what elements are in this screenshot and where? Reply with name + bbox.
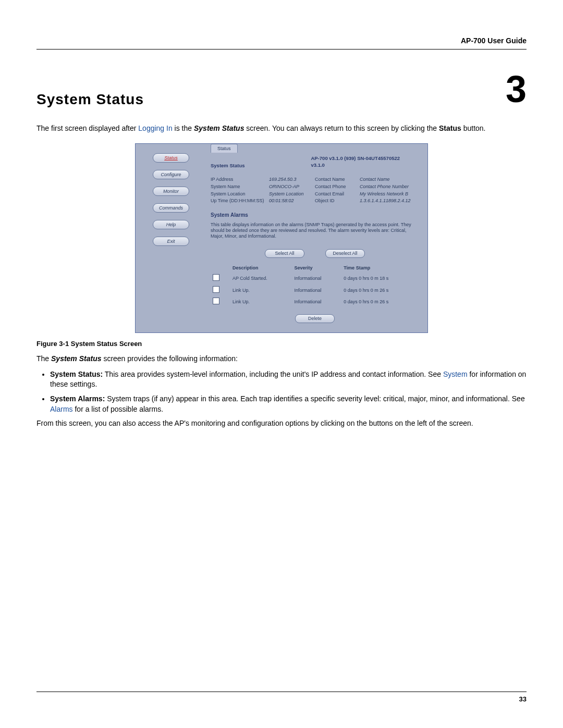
figure-caption: Figure 3-1 System Status Screen bbox=[36, 339, 527, 349]
para-provides: The System Status screen provides the fo… bbox=[36, 354, 527, 364]
system-link[interactable]: System bbox=[443, 370, 468, 378]
alarms-table: Description Severity Time Stamp AP Cold … bbox=[211, 263, 419, 308]
row-sev: Informational bbox=[292, 296, 341, 308]
b1-label: System Status: bbox=[50, 370, 103, 378]
table-row: Link Up. Informational 0 days 0 hrs 0 m … bbox=[211, 296, 419, 308]
label-sysname: System Name bbox=[211, 183, 265, 190]
label-cemail: Contact Email bbox=[315, 191, 356, 198]
table-row: Link Up. Informational 0 days 0 hrs 0 m … bbox=[211, 285, 419, 297]
system-status-em: System Status bbox=[194, 124, 244, 132]
row-ts: 0 days 0 hrs 0 m 18 s bbox=[341, 273, 419, 285]
b2-tail: for a list of possible alarms. bbox=[73, 405, 164, 413]
sidebar-status-button[interactable]: Status bbox=[153, 153, 189, 163]
label-oid: Object ID bbox=[315, 198, 356, 204]
deselect-all-button[interactable]: Deselect All bbox=[325, 249, 365, 258]
value-sysloc: System Location bbox=[269, 191, 304, 198]
row-sev: Informational bbox=[292, 285, 341, 297]
label-sysloc: System Location bbox=[211, 191, 265, 198]
b2-text: System traps (if any) appear in this are… bbox=[105, 394, 524, 403]
label-cphone: Contact Phone bbox=[315, 183, 356, 190]
th-severity: Severity bbox=[292, 263, 341, 273]
b2-label: System Alarms: bbox=[50, 394, 105, 403]
value-ip: 169.254.50.3 bbox=[269, 176, 304, 183]
sidebar-commands-button[interactable]: Commands bbox=[153, 203, 189, 213]
bullet-system-status: System Status: This area provides system… bbox=[50, 369, 527, 390]
row-desc: AP Cold Started. bbox=[230, 273, 292, 285]
value-cemail: My Wireless Network B bbox=[360, 191, 411, 198]
screenshot-figure: Status Configure Monitor Commands Help E… bbox=[135, 143, 428, 333]
chapter-number: 3 bbox=[506, 70, 527, 108]
intro-part2: is the bbox=[173, 124, 194, 132]
label-uptime: Up Time (DD:HH:MM:SS) bbox=[211, 198, 265, 204]
chapter-title: System Status bbox=[36, 91, 144, 108]
version-sub: v3.1.0 bbox=[311, 162, 419, 168]
version-line: AP-700 v3.1.0 (939) SN-04UT45570522 bbox=[311, 155, 419, 162]
label-cname: Contact Name bbox=[315, 176, 356, 183]
logging-in-link[interactable]: Logging In bbox=[138, 124, 172, 132]
row-desc: Link Up. bbox=[230, 285, 292, 297]
value-oid: 1.3.6.1.4.1.11898.2.4.12 bbox=[360, 198, 411, 204]
header-guide-title: AP-700 User Guide bbox=[36, 36, 527, 50]
p2-part1: The bbox=[36, 354, 51, 363]
sidebar-help-button[interactable]: Help bbox=[153, 220, 189, 229]
row-ts: 0 days 0 hrs 0 m 26 s bbox=[341, 296, 419, 308]
alarms-link[interactable]: Alarms bbox=[50, 405, 73, 413]
status-bold: Status bbox=[439, 124, 461, 132]
intro-part1: The first screen displayed after bbox=[36, 124, 138, 132]
value-uptime: 00:01:58:02 bbox=[269, 198, 304, 204]
page-number: 33 bbox=[36, 692, 527, 703]
table-row: AP Cold Started. Informational 0 days 0 … bbox=[211, 273, 419, 285]
row-checkbox[interactable] bbox=[213, 286, 219, 293]
value-cphone: Contact Phone Number bbox=[360, 183, 411, 190]
para-from-screen: From this screen, you can also access th… bbox=[36, 418, 527, 429]
row-checkbox[interactable] bbox=[213, 298, 219, 304]
intro-part3: screen. You can always return to this sc… bbox=[244, 124, 439, 132]
label-ip: IP Address bbox=[211, 176, 265, 183]
select-all-button[interactable]: Select All bbox=[265, 249, 304, 258]
intro-part4: button. bbox=[461, 124, 486, 132]
bullet-system-alarms: System Alarms: System traps (if any) app… bbox=[50, 394, 527, 414]
sidebar-monitor-button[interactable]: Monitor bbox=[153, 187, 189, 196]
value-cname: Contact Name bbox=[360, 176, 411, 183]
value-sysname: ORINOCO-AP bbox=[269, 183, 304, 190]
screenshot-sidebar: Status Configure Monitor Commands Help E… bbox=[136, 144, 206, 332]
th-description: Description bbox=[230, 263, 292, 273]
sidebar-configure-button[interactable]: Configure bbox=[153, 170, 189, 179]
alarms-description: This table displays information on the a… bbox=[211, 222, 419, 240]
row-ts: 0 days 0 hrs 0 m 26 s bbox=[341, 285, 419, 297]
p2-part2: screen provides the following informatio… bbox=[102, 354, 238, 363]
row-sev: Informational bbox=[292, 273, 341, 285]
sidebar-exit-button[interactable]: Exit bbox=[153, 237, 189, 246]
p2-em: System Status bbox=[51, 354, 101, 363]
delete-button[interactable]: Delete bbox=[295, 314, 335, 323]
status-tab[interactable]: Status bbox=[211, 144, 238, 153]
row-desc: Link Up. bbox=[230, 296, 292, 308]
row-checkbox[interactable] bbox=[213, 274, 219, 281]
system-alarms-heading: System Alarms bbox=[211, 212, 419, 219]
intro-paragraph: The first screen displayed after Logging… bbox=[36, 124, 527, 134]
system-status-heading: System Status bbox=[211, 162, 311, 169]
b1-text: This area provides system-level informat… bbox=[103, 370, 443, 378]
th-timestamp: Time Stamp bbox=[341, 263, 419, 273]
